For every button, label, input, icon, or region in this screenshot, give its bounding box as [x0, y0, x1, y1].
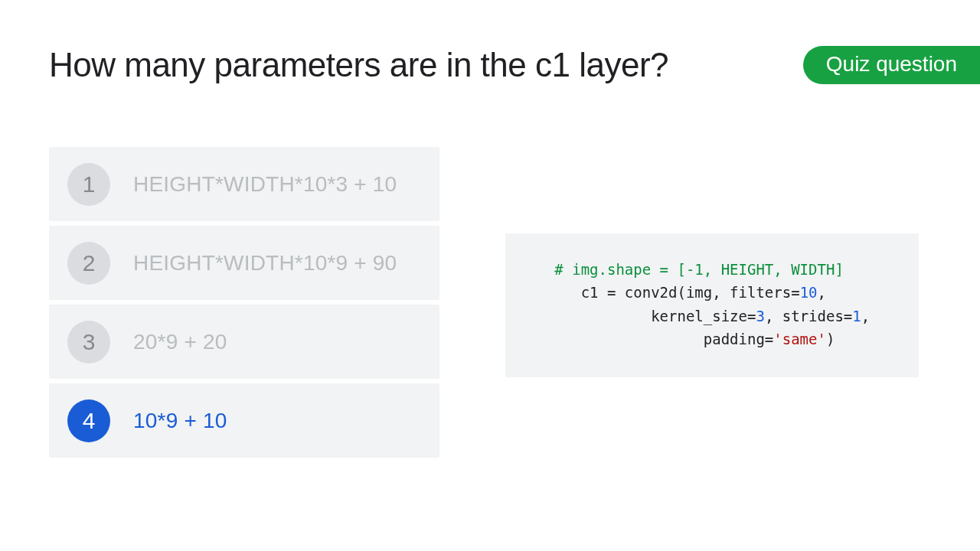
option-number: 2 — [67, 242, 110, 285]
option-text: HEIGHT*WIDTH*10*3 + 10 — [133, 172, 397, 197]
quiz-badge: Quiz question — [803, 46, 980, 84]
option-text: HEIGHT*WIDTH*10*9 + 90 — [133, 251, 397, 276]
option-text: 20*9 + 20 — [133, 330, 227, 354]
option-2[interactable]: 2 HEIGHT*WIDTH*10*9 + 90 — [49, 226, 439, 300]
option-3[interactable]: 3 20*9 + 20 — [49, 305, 439, 379]
answer-options: 1 HEIGHT*WIDTH*10*3 + 10 2 HEIGHT*WIDTH*… — [49, 147, 439, 462]
option-number: 3 — [67, 321, 110, 364]
option-number: 1 — [67, 163, 110, 206]
option-number: 4 — [67, 399, 110, 442]
question-title: How many parameters are in the c1 layer? — [49, 46, 668, 84]
option-4[interactable]: 4 10*9 + 10 — [49, 383, 439, 458]
code-snippet: # img.shape = [-1, HEIGHT, WIDTH] c1 = c… — [505, 233, 919, 377]
option-1[interactable]: 1 HEIGHT*WIDTH*10*3 + 10 — [49, 147, 439, 221]
option-text: 10*9 + 10 — [133, 409, 227, 433]
